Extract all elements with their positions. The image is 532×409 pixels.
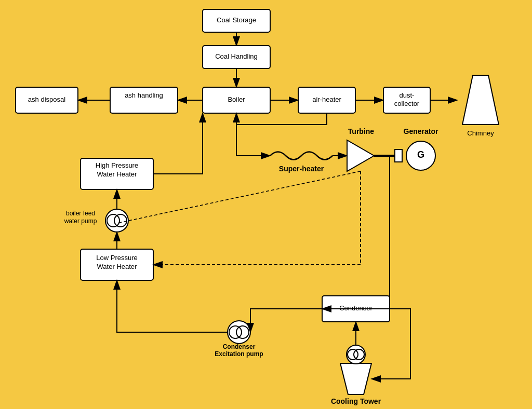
condenser-pump-label2: Excitation pump [215, 350, 263, 358]
air-heater-label: air-heater [312, 96, 341, 103]
hp-heater-label2: Water Heater [97, 170, 137, 178]
coal-storage-label: Coal Storage [217, 16, 256, 24]
arrow-cond-to-pump [250, 309, 322, 332]
hp-heater-label1: High Pressure [96, 161, 138, 169]
dust-collector-label2: collector [394, 100, 420, 107]
ash-handling-label: ash handling [125, 91, 163, 99]
coal-handling-label: Coal Handling [215, 52, 258, 60]
generator-label: Generator [404, 127, 438, 135]
arrow-turbine-to-condenser [322, 156, 390, 309]
arrow-airheater-back-boiler [236, 113, 327, 125]
condenser-pump-label1: Condenser [223, 343, 256, 350]
lp-heater-label2: Water Heater [97, 263, 137, 270]
condenser-pump-symbol [228, 321, 250, 344]
arrow-hp-to-boiler [153, 113, 203, 174]
turbine-symbol [347, 140, 374, 171]
chimney-shape [462, 75, 499, 125]
dust-collector-label: dust- [400, 91, 415, 99]
cooling-pump-symbol [347, 345, 365, 364]
condenser-label: Condenser [339, 304, 373, 312]
boiler-feed-pump-label1: boiler feed [66, 210, 95, 217]
super-heater-label: Super-heater [279, 165, 324, 173]
super-heater-line [270, 152, 332, 160]
lp-heater-label1: Low Pressure [96, 254, 137, 262]
turbine-label: Turbine [348, 127, 375, 135]
boiler-feed-pump-symbol [105, 209, 128, 232]
cooling-tower-shape [340, 363, 371, 394]
boiler-feed-pump-label2: water pump [64, 217, 97, 225]
ash-disposal-label: ash disposal [28, 96, 65, 103]
generator-coupling [395, 149, 402, 162]
diagram-container: Coal Storage Coal Handling Boiler air-he… [0, 0, 532, 409]
cooling-tower-label: Cooling Tower [331, 397, 381, 405]
arrow-pump-to-lp [117, 280, 228, 332]
boiler-label: Boiler [228, 96, 245, 103]
chimney-label: Chimney [467, 129, 494, 137]
generator-g-label: G [417, 149, 424, 160]
dashed-arrow-turbine-to-lp [153, 171, 361, 265]
